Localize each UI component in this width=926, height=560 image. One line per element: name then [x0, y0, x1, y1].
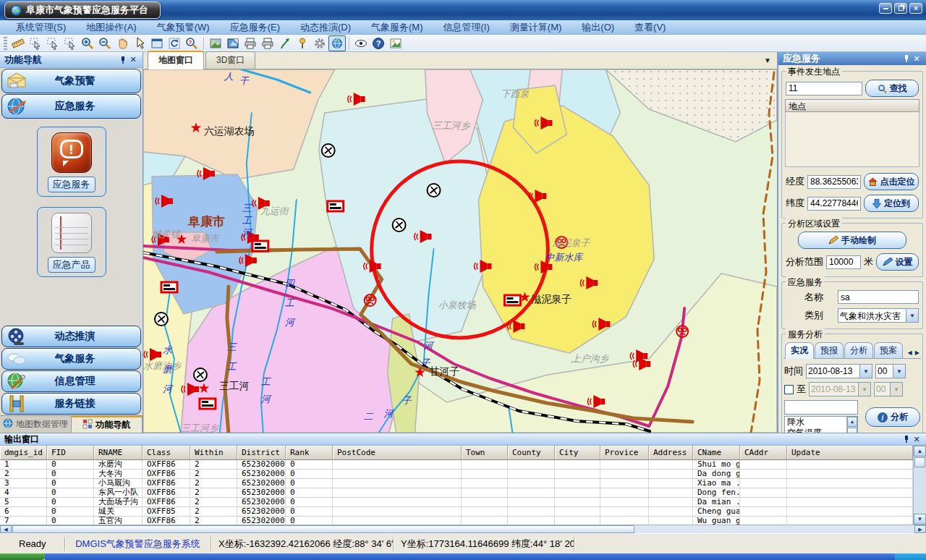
- station-flag-icon[interactable]: [328, 201, 344, 211]
- analysis-tab-预案[interactable]: 预案: [874, 342, 903, 358]
- column-header-FID[interactable]: FID: [47, 446, 94, 459]
- table-row[interactable]: 30小马厩沟OXFF8626523020000Xiao ma ...: [0, 479, 913, 488]
- sidebar-section-应急服务[interactable]: 应急服务: [1, 94, 141, 119]
- close-panel-icon[interactable]: ✕: [912, 434, 922, 444]
- output-horizontal-scrollbar[interactable]: ◀ ▶: [0, 525, 926, 533]
- latitude-input[interactable]: [807, 197, 861, 211]
- shortcut-应急服务[interactable]: !应急服务: [37, 127, 106, 197]
- search-button[interactable]: 查找: [865, 80, 919, 97]
- scroll-down-icon[interactable]: ▼: [914, 514, 926, 525]
- pin-icon[interactable]: [118, 55, 128, 65]
- sidebar-section-信息管理[interactable]: 信息管理: [1, 370, 141, 392]
- locate-to-button[interactable]: 定位到: [864, 195, 919, 212]
- mine-symbol-icon[interactable]: [194, 368, 207, 381]
- close-panel-icon[interactable]: ✕: [128, 55, 138, 65]
- column-header-Town[interactable]: Town: [462, 446, 508, 459]
- shortcut-应急产品[interactable]: 应急产品: [37, 207, 106, 277]
- column-header-City[interactable]: City: [555, 446, 600, 459]
- print-setup-icon[interactable]: [259, 35, 276, 51]
- pin-icon[interactable]: [901, 434, 912, 444]
- chevron-down-icon[interactable]: ▼: [764, 56, 771, 64]
- placemark-icon[interactable]: [294, 35, 311, 51]
- map-tab-3D窗口[interactable]: 3D窗口: [205, 51, 255, 69]
- column-header-Rank[interactable]: Rank: [286, 446, 333, 459]
- menu-item-输出O[interactable]: 输出(O): [572, 21, 624, 34]
- sidebar-section-动态推演[interactable]: 动态推演: [1, 326, 141, 347]
- mine-symbol-icon[interactable]: [393, 219, 406, 232]
- column-header-Class[interactable]: Class: [143, 446, 190, 459]
- table-row[interactable]: 40东风一小队OXFF8626523020000Dong fen...: [0, 488, 913, 498]
- zoom-in-icon[interactable]: [79, 35, 96, 51]
- longitude-input[interactable]: [807, 175, 861, 189]
- deselect-icon[interactable]: [61, 35, 79, 51]
- station-flag-icon[interactable]: [161, 282, 177, 292]
- scroll-left-icon[interactable]: ◀: [0, 525, 12, 533]
- element-list[interactable]: 降水空气温度 ▲: [784, 416, 858, 433]
- map-tab-地图窗口[interactable]: 地图窗口: [148, 51, 204, 69]
- menu-item-信息管理I[interactable]: 信息管理(I): [433, 21, 500, 34]
- hour-select[interactable]: 00▼: [875, 364, 906, 378]
- column-header-Address[interactable]: Address: [649, 446, 693, 459]
- set-range-button[interactable]: 设置: [876, 253, 919, 271]
- sidebar-section-气象预警[interactable]: 气象预警: [1, 69, 141, 93]
- table-row[interactable]: 70五官沟OXFF8626523020000Wu guan gou: [0, 517, 913, 525]
- column-header-RNAME[interactable]: RNAME: [94, 446, 143, 459]
- manual-draw-button[interactable]: 手动绘制: [798, 232, 906, 249]
- settings-gear-icon[interactable]: [311, 35, 328, 51]
- column-header-dmgis_id[interactable]: dmgis_id: [0, 446, 47, 459]
- mine-symbol-icon[interactable]: [155, 313, 168, 326]
- column-header-Update[interactable]: Update: [787, 446, 913, 459]
- overview-map-icon[interactable]: [207, 35, 224, 51]
- scene-export-icon[interactable]: [224, 35, 242, 51]
- location-list[interactable]: [785, 112, 919, 167]
- range-input[interactable]: [826, 255, 861, 269]
- identify-icon[interactable]: ?: [183, 35, 200, 51]
- select-cursor-icon[interactable]: [27, 35, 44, 51]
- table-row[interactable]: 10水磨沟OXFF8626523020000Shui mo gou: [0, 460, 913, 470]
- locate-click-button[interactable]: 点击定位: [864, 173, 919, 190]
- minimize-button[interactable]: [879, 3, 892, 14]
- station-flag-icon[interactable]: [252, 241, 268, 251]
- attribute-table[interactable]: dmgis_idFIDRNAMEClassWithinDistrictRankP…: [0, 446, 913, 525]
- column-header-Provice[interactable]: Provice: [600, 446, 649, 459]
- analysis-tab-预报[interactable]: 预报: [815, 342, 844, 358]
- menu-item-测量计算M[interactable]: 测量计算(M): [500, 21, 572, 34]
- pan-hand-icon[interactable]: [114, 35, 131, 51]
- menu-item-地图操作A[interactable]: 地图操作(A): [76, 21, 146, 34]
- mine-symbol-icon[interactable]: [428, 184, 441, 197]
- sidebar-tab-功能导航[interactable]: 功能导航: [72, 416, 143, 433]
- column-header-CName[interactable]: CName: [693, 446, 740, 459]
- start-button-edge[interactable]: [0, 553, 45, 560]
- full-extent-icon[interactable]: [148, 35, 166, 51]
- ruler-icon[interactable]: [9, 35, 27, 51]
- service-type-select[interactable]: 气象和洪水灾害 ▼: [838, 308, 919, 323]
- marquee-select-icon[interactable]: [44, 35, 61, 51]
- zoom-out-icon[interactable]: [96, 35, 114, 51]
- column-header-CAddr[interactable]: CAddr: [740, 446, 787, 459]
- scroll-right-icon[interactable]: ▶: [914, 525, 926, 533]
- close-panel-icon[interactable]: ✕: [912, 54, 922, 64]
- date-select[interactable]: 2010-08-13▼: [806, 364, 872, 378]
- column-header-County[interactable]: County: [508, 446, 555, 459]
- flow-arrow-icon[interactable]: [276, 35, 294, 51]
- help-icon[interactable]: ?: [370, 35, 387, 51]
- sidebar-tab-地图数据管理[interactable]: 地图数据管理: [0, 416, 72, 433]
- menu-item-系统管理S[interactable]: 系统管理(S): [6, 21, 76, 34]
- column-header-PostCode[interactable]: PostCode: [333, 446, 462, 459]
- restore-button[interactable]: [894, 3, 907, 14]
- chevron-down-icon[interactable]: ▼: [906, 309, 918, 322]
- eye-icon[interactable]: [352, 35, 370, 51]
- table-row[interactable]: 20大冬沟OXFF8626523020000Da dong gou: [0, 470, 913, 479]
- output-vertical-scrollbar[interactable]: ▲ ▼: [913, 446, 926, 525]
- analysis-tab-分析[interactable]: 分析: [844, 342, 873, 358]
- scroll-up-icon[interactable]: ▲: [914, 446, 926, 457]
- sidebar-section-服务链接[interactable]: 服务链接: [1, 393, 141, 415]
- table-row[interactable]: 50大面场子沟OXFF8626523020000Da mian ...: [0, 498, 913, 507]
- to-checkbox[interactable]: [784, 385, 794, 394]
- menu-item-气象预警W[interactable]: 气象预警(W): [147, 21, 220, 34]
- pointer-icon[interactable]: [131, 35, 148, 51]
- table-row[interactable]: 60城关OXFF8526523020000Cheng guan: [0, 507, 913, 517]
- menu-item-气象服务M[interactable]: 气象服务(M): [361, 21, 433, 34]
- menu-item-应急服务E[interactable]: 应急服务(E): [220, 21, 290, 34]
- list-scrollbar[interactable]: ▲: [846, 417, 857, 433]
